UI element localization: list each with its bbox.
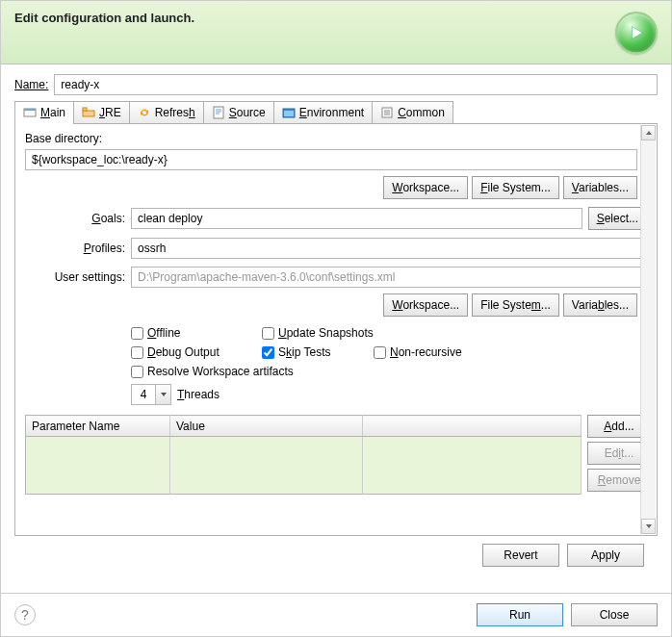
- param-col-blank[interactable]: [363, 416, 582, 437]
- skip-tests-checkbox[interactable]: [262, 346, 274, 359]
- footer-buttons: Run Close: [477, 603, 658, 626]
- svg-rect-3: [83, 111, 94, 116]
- param-col-name[interactable]: Parameter Name: [26, 416, 170, 437]
- tab-source-label: Source: [229, 106, 266, 119]
- dialog-header: Edit configuration and launch.: [1, 1, 671, 64]
- debug-output-checkbox-label[interactable]: Debug Output: [131, 345, 237, 359]
- workspace-button-2[interactable]: Workspace...: [383, 293, 468, 317]
- resolve-workspace-checkbox-label[interactable]: Resolve Workspace artifacts: [131, 365, 294, 378]
- goals-label: Goals:: [25, 212, 125, 225]
- user-settings-input[interactable]: [131, 267, 643, 288]
- svg-marker-16: [646, 131, 652, 135]
- table-row[interactable]: [26, 475, 582, 495]
- main-tab-icon: [23, 106, 37, 119]
- tab-refresh[interactable]: Refresh: [129, 101, 204, 123]
- svg-marker-17: [646, 524, 652, 528]
- base-dir-input[interactable]: [25, 149, 637, 170]
- svg-rect-4: [83, 108, 87, 111]
- scrollbar[interactable]: [640, 125, 656, 534]
- svg-marker-15: [161, 393, 167, 396]
- tab-environment[interactable]: Environment: [273, 101, 373, 123]
- dialog-body: Name: Main JRE Refresh Source Envi: [1, 64, 671, 593]
- workspace-button[interactable]: Workspace...: [383, 176, 468, 199]
- base-dir-label: Base directory:: [25, 132, 647, 145]
- apply-button[interactable]: Apply: [567, 544, 644, 567]
- parameters-area: Parameter Name Value Add... Edit... Re: [25, 415, 651, 495]
- refresh-tab-icon: [138, 106, 151, 119]
- name-input[interactable]: [54, 74, 658, 95]
- skip-tests-checkbox-label[interactable]: Skip Tests: [262, 345, 349, 359]
- action-row: Revert Apply: [14, 536, 658, 574]
- common-tab-icon: [380, 106, 394, 119]
- user-settings-label: User settings:: [25, 270, 125, 284]
- table-row[interactable]: [26, 437, 582, 456]
- name-label: Name:: [14, 78, 48, 91]
- parameters-table[interactable]: Parameter Name Value: [25, 415, 582, 495]
- tab-panel-main: Base directory: Workspace... File System…: [14, 124, 658, 536]
- tab-common[interactable]: Common: [372, 101, 453, 123]
- help-icon[interactable]: ?: [14, 604, 36, 625]
- tab-refresh-label: Refresh: [155, 106, 195, 119]
- non-recursive-checkbox-label[interactable]: Non-recursive: [374, 345, 462, 359]
- variables-button-2[interactable]: Variables...: [563, 293, 637, 317]
- tab-environment-label: Environment: [299, 106, 364, 119]
- scroll-up-button[interactable]: [641, 125, 656, 140]
- param-col-value[interactable]: Value: [170, 416, 363, 437]
- checkbox-group: Offline Update Snapshots Debug Output Sk…: [131, 326, 647, 378]
- tab-jre[interactable]: JRE: [73, 101, 130, 123]
- environment-tab-icon: [282, 106, 296, 119]
- threads-spinner-button[interactable]: [156, 384, 171, 405]
- file-system-button[interactable]: File System...: [472, 176, 559, 199]
- tab-main-label: Main: [40, 106, 65, 119]
- scroll-down-button[interactable]: [641, 519, 656, 534]
- tab-main[interactable]: Main: [14, 101, 74, 123]
- user-settings-row: User settings:: [25, 267, 647, 288]
- non-recursive-checkbox[interactable]: [374, 346, 386, 359]
- user-settings-buttons: Workspace... File System... Variables...: [25, 293, 637, 317]
- profiles-row: Profiles:: [25, 238, 647, 259]
- offline-checkbox[interactable]: [131, 327, 143, 340]
- dialog-title: Edit configuration and launch.: [14, 11, 194, 25]
- close-button[interactable]: Close: [571, 603, 658, 626]
- svg-rect-2: [24, 109, 36, 111]
- goals-row: Goals: Select...: [25, 207, 647, 230]
- offline-checkbox-label[interactable]: Offline: [131, 326, 237, 340]
- source-tab-icon: [212, 106, 225, 119]
- threads-input[interactable]: [131, 384, 156, 405]
- threads-label: Threads: [177, 388, 220, 401]
- update-snapshots-checkbox[interactable]: [262, 327, 274, 340]
- dialog-footer: ? Run Close: [1, 593, 671, 636]
- base-dir-buttons: Workspace... File System... Variables...: [25, 176, 637, 199]
- svg-rect-10: [284, 111, 294, 116]
- tab-jre-label: JRE: [99, 106, 121, 119]
- select-goals-button[interactable]: Select...: [588, 207, 647, 230]
- launch-config-dialog: Edit configuration and launch. Name: Mai…: [0, 0, 672, 637]
- tab-common-label: Common: [398, 106, 445, 119]
- variables-button[interactable]: Variables...: [563, 176, 637, 199]
- profiles-label: Profiles:: [25, 242, 125, 255]
- svg-marker-0: [633, 26, 643, 38]
- run-indicator-icon: [615, 12, 658, 54]
- debug-output-checkbox[interactable]: [131, 346, 143, 359]
- table-row[interactable]: [26, 456, 582, 475]
- update-snapshots-checkbox-label[interactable]: Update Snapshots: [262, 326, 374, 340]
- threads-row: Threads: [131, 384, 647, 405]
- tab-bar: Main JRE Refresh Source Environment Comm…: [14, 101, 658, 124]
- run-button[interactable]: Run: [477, 603, 563, 626]
- goals-input[interactable]: [131, 208, 582, 229]
- resolve-workspace-checkbox[interactable]: [131, 366, 143, 378]
- name-row: Name:: [14, 74, 658, 95]
- threads-spinner[interactable]: [131, 384, 171, 405]
- jre-tab-icon: [82, 106, 95, 119]
- profiles-input[interactable]: [131, 238, 643, 259]
- file-system-button-2[interactable]: File System...: [472, 293, 559, 317]
- tab-source[interactable]: Source: [203, 101, 274, 123]
- revert-button[interactable]: Revert: [482, 544, 559, 567]
- svg-rect-5: [214, 107, 223, 118]
